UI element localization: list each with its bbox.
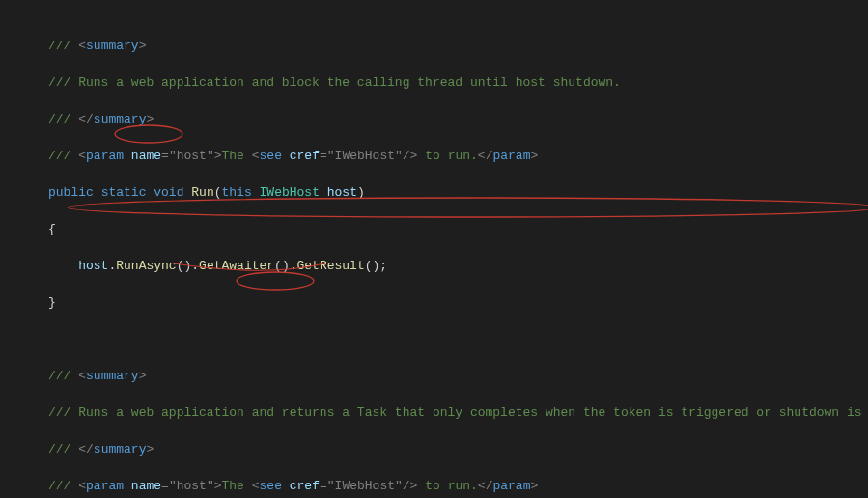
xml-attr: name [131,479,161,493]
xml-comment-text: to run. [417,149,477,163]
keyword: static [101,185,147,200]
xml-tag: param [492,479,530,493]
keyword: void [154,185,183,200]
method-name: GetAwaiter [199,259,274,273]
code-line[interactable]: /// <param name="host">The <see cref="IW… [0,147,868,165]
xml-tag: summary [86,369,139,383]
xml-attr: name [131,149,161,163]
type-name: IWebHost [260,185,320,200]
code-line[interactable]: } [0,293,868,312]
xml-attr: cref [290,149,320,163]
attr-value: "IWebHost" [327,479,403,493]
code-line[interactable]: host.RunAsync().GetAwaiter().GetResult()… [0,257,868,275]
xml-tag: summary [86,39,139,53]
xml-comment-text: Runs a web application and block the cal… [78,75,621,90]
xml-tag: param [492,149,530,163]
keyword: public [48,185,94,200]
xml-attr: cref [290,479,320,493]
method-name: GetResult [297,259,365,273]
method-name: Run [191,185,213,200]
code-line[interactable]: { [0,220,868,238]
code-line[interactable]: /// Runs a web application and block the… [0,73,868,92]
xml-comment-text: The [222,479,252,493]
param-name: host [327,185,357,200]
code-line[interactable]: /// Runs a web application and returns a… [0,403,868,422]
code-line[interactable]: /// <summary> [0,367,868,385]
xml-comment-text: to run. [417,479,477,493]
xml-comment-text: The [222,149,252,163]
code-line[interactable]: /// </summary> [0,440,868,458]
code-editor[interactable]: /// <summary> /// Runs a web application… [0,0,868,498]
attr-value: "host" [169,149,214,163]
code-line[interactable]: /// </summary> [0,110,868,128]
attr-value: "host" [169,479,214,493]
attr-value: "IWebHost" [327,149,403,163]
xml-tag: param [86,149,124,163]
method-name: RunAsync [116,259,176,273]
xml-tag: summary [94,112,147,126]
xml-comment-text: Runs a web application and returns a Tas… [78,405,868,420]
xml-tag: summary [94,442,147,456]
code-line[interactable]: public static void Run(this IWebHost hos… [0,183,868,202]
code-line[interactable] [0,330,868,348]
code-line[interactable] [0,0,868,18]
xml-tag: param [86,479,124,493]
xml-tag: see [260,149,282,163]
xml-tag: see [260,479,282,493]
identifier: host [78,259,108,273]
code-line[interactable]: /// <param name="host">The <see cref="IW… [0,477,868,495]
keyword: this [222,185,252,200]
code-line[interactable]: /// <summary> [0,37,868,55]
